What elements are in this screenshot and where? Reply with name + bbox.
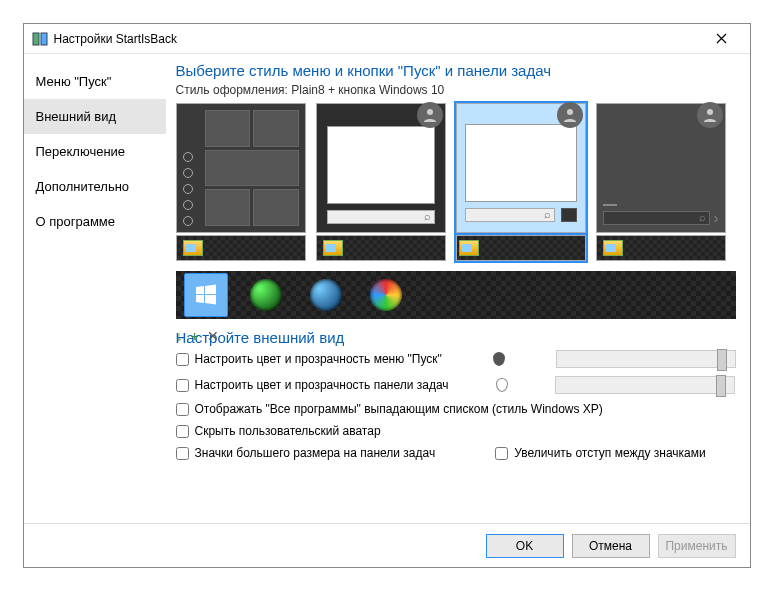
opt-icon-row: Значки большего размера на панели задач … xyxy=(176,446,736,460)
opt-large-icons: Значки большего размера на панели задач xyxy=(176,446,436,460)
folder-icon xyxy=(323,240,343,256)
style-preview-4: › xyxy=(596,103,726,233)
opt-color-menu: Настроить цвет и прозрачность меню "Пуск… xyxy=(176,350,736,368)
opt-all-programs: Отображать "Все программы" выпадающим сп… xyxy=(176,402,736,416)
style-preview-2 xyxy=(316,103,446,233)
style-value: Plain8 + кнопка Windows 10 xyxy=(291,83,444,97)
folder-icon xyxy=(603,240,623,256)
checkbox-color-taskbar[interactable] xyxy=(176,379,189,392)
svg-rect-0 xyxy=(33,33,39,45)
start-button-win10[interactable] xyxy=(184,273,228,317)
remove-button[interactable]: ✕ xyxy=(207,328,219,344)
style-preview-3 xyxy=(456,103,586,233)
start-button-gallery xyxy=(176,271,736,319)
window-close-button[interactable] xyxy=(702,25,742,53)
taskbar-preview-2 xyxy=(316,235,446,261)
style-label: Стиль оформления: xyxy=(176,83,288,97)
titlebar: Настройки StartIsBack xyxy=(24,24,750,54)
label-color-menu: Настроить цвет и прозрачность меню "Пуск… xyxy=(195,352,442,366)
style-thumb-3[interactable] xyxy=(456,103,586,261)
style-preview-1 xyxy=(176,103,306,233)
color-swatch-filled[interactable] xyxy=(493,352,505,366)
slider-taskbar-transparency[interactable] xyxy=(555,376,735,394)
apply-button[interactable]: Применить xyxy=(658,534,736,558)
color-orb-icon xyxy=(370,279,402,311)
sidebar-item-about[interactable]: О программе xyxy=(24,204,166,239)
style-gallery: › xyxy=(176,103,736,261)
style-caption: Стиль оформления: Plain8 + кнопка Window… xyxy=(176,83,736,97)
folder-icon xyxy=(183,240,203,256)
checkbox-color-menu[interactable] xyxy=(176,353,189,366)
checkbox-large-icons[interactable] xyxy=(176,447,189,460)
opt-color-taskbar: Настроить цвет и прозрачность панели зад… xyxy=(176,376,736,394)
checkbox-hide-avatar[interactable] xyxy=(176,425,189,438)
app-icon xyxy=(32,31,48,47)
start-button-win7[interactable] xyxy=(304,273,348,317)
svg-point-3 xyxy=(567,109,573,115)
taskbar-preview-1 xyxy=(176,235,306,261)
label-large-icons: Значки большего размера на панели задач xyxy=(195,446,436,460)
windows-icon xyxy=(194,283,218,307)
sidebar-item-start-menu[interactable]: Меню "Пуск" xyxy=(24,64,166,99)
avatar-icon xyxy=(697,102,723,128)
sidebar-item-appearance[interactable]: Внешний вид xyxy=(24,99,166,134)
start-button-clover[interactable] xyxy=(244,273,288,317)
svg-rect-1 xyxy=(41,33,47,45)
close-icon xyxy=(716,33,727,44)
label-hide-avatar: Скрыть пользовательский аватар xyxy=(195,424,381,438)
download-button[interactable]: ↓ xyxy=(176,328,183,344)
style-thumb-2[interactable] xyxy=(316,103,446,261)
slider-menu-transparency[interactable] xyxy=(556,350,736,368)
chevron-right-icon: › xyxy=(714,210,719,226)
sidebar: Меню "Пуск" Внешний вид Переключение Доп… xyxy=(24,54,166,523)
taskbar-preview-4 xyxy=(596,235,726,261)
dialog-footer: OK Отмена Применить xyxy=(24,523,750,567)
window-body: Меню "Пуск" Внешний вид Переключение Доп… xyxy=(24,54,750,523)
start-button-colorful[interactable] xyxy=(364,273,408,317)
label-increase-spacing: Увеличить отступ между значками xyxy=(514,446,706,460)
avatar-icon xyxy=(557,102,583,128)
sidebar-item-advanced[interactable]: Дополнительно xyxy=(24,169,166,204)
checkbox-all-programs[interactable] xyxy=(176,403,189,416)
options-list: Настроить цвет и прозрачность меню "Пуск… xyxy=(176,350,736,460)
label-color-taskbar: Настроить цвет и прозрачность панели зад… xyxy=(195,378,449,392)
appearance-tools: ↓ + ✕ xyxy=(176,328,736,344)
settings-window: Настройки StartIsBack Меню "Пуск" Внешни… xyxy=(23,23,751,568)
add-button[interactable]: + xyxy=(191,328,199,344)
svg-point-4 xyxy=(707,109,713,115)
content-area: Выберите стиль меню и кнопки "Пуск" и па… xyxy=(166,54,750,523)
checkbox-increase-spacing[interactable] xyxy=(495,447,508,460)
avatar-icon xyxy=(417,102,443,128)
taskbar-preview-3 xyxy=(456,235,586,261)
clover-icon xyxy=(250,279,282,311)
window-title: Настройки StartIsBack xyxy=(54,32,702,46)
win7-orb-icon xyxy=(310,279,342,311)
opt-hide-avatar: Скрыть пользовательский аватар xyxy=(176,424,736,438)
label-all-programs: Отображать "Все программы" выпадающим сп… xyxy=(195,402,603,416)
page-heading: Выберите стиль меню и кнопки "Пуск" и па… xyxy=(176,62,736,79)
ok-button[interactable]: OK xyxy=(486,534,564,558)
style-thumb-1[interactable] xyxy=(176,103,306,261)
style-thumb-4[interactable]: › xyxy=(596,103,726,261)
color-swatch-outline[interactable] xyxy=(496,378,508,392)
sidebar-item-switching[interactable]: Переключение xyxy=(24,134,166,169)
svg-point-2 xyxy=(427,109,433,115)
opt-increase-spacing: Увеличить отступ между значками xyxy=(495,446,706,460)
folder-icon xyxy=(459,240,479,256)
cancel-button[interactable]: Отмена xyxy=(572,534,650,558)
